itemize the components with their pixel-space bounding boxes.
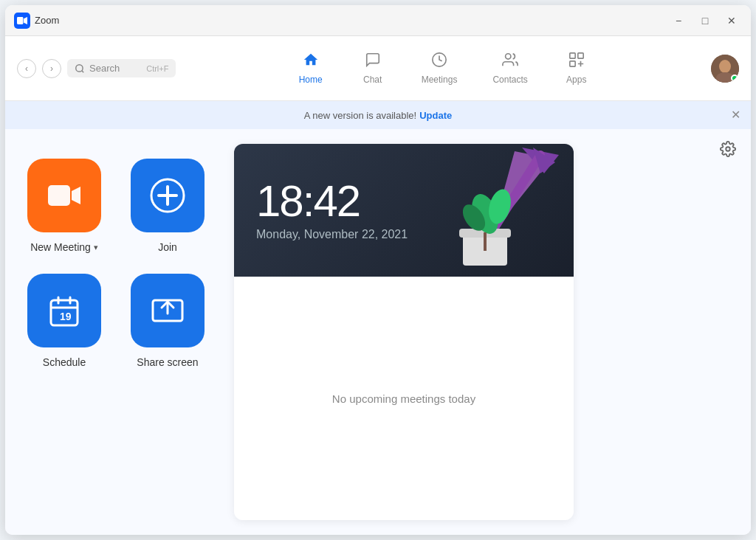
schedule-label: Schedule — [43, 356, 86, 368]
meeting-header: 18:42 Monday, November 22, 2021 — [234, 144, 574, 277]
join-button[interactable] — [131, 159, 205, 232]
action-item-share-screen[interactable]: Share screen — [131, 274, 205, 368]
action-item-schedule[interactable]: 19 Schedule — [27, 274, 101, 368]
nav-item-contacts[interactable]: Contacts — [484, 46, 536, 91]
update-banner-text: A new version is available! — [304, 110, 416, 121]
update-banner-close[interactable]: ✕ — [731, 109, 740, 121]
nav-label-chat: Chat — [363, 75, 382, 85]
close-button[interactable]: ✕ — [721, 10, 742, 31]
nav-label-apps: Apps — [566, 75, 586, 85]
svg-text:19: 19 — [60, 311, 72, 322]
update-banner: A new version is available! Update ✕ — [5, 101, 751, 129]
toolbar-nav: Home Chat Meetings — [176, 46, 711, 91]
nav-item-apps[interactable]: Apps — [554, 46, 599, 91]
meeting-body: No upcoming meetings today — [234, 277, 574, 520]
meeting-panel: 18:42 Monday, November 22, 2021 — [234, 144, 574, 520]
window-title: Zoom — [35, 15, 59, 26]
nav-item-home[interactable]: Home — [289, 46, 333, 91]
meeting-date: Monday, November 22, 2021 — [256, 228, 408, 241]
action-item-join[interactable]: Join — [131, 159, 205, 253]
svg-marker-1 — [24, 17, 27, 24]
share-screen-label: Share screen — [137, 356, 198, 368]
toolbar-right — [711, 55, 739, 83]
minimize-button[interactable]: − — [668, 10, 689, 31]
svg-point-2 — [76, 64, 83, 71]
maximize-button[interactable]: □ — [695, 10, 715, 31]
svg-point-12 — [726, 147, 730, 151]
settings-gear-button[interactable] — [720, 141, 736, 161]
toolbar: ‹ › Search Ctrl+F Home — [5, 36, 751, 101]
title-bar-logo: Zoom — [14, 13, 668, 29]
search-placeholder: Search — [89, 63, 120, 74]
new-meeting-dropdown-arrow: ▾ — [94, 243, 98, 252]
decoration-svg — [419, 144, 566, 277]
svg-rect-7 — [578, 53, 583, 58]
join-label: Join — [158, 241, 177, 253]
main-content: New Meeting ▾ Join — [5, 129, 751, 535]
search-box[interactable]: Search Ctrl+F — [67, 59, 176, 77]
search-shortcut: Ctrl+F — [146, 64, 168, 73]
svg-point-5 — [506, 54, 511, 59]
user-avatar[interactable] — [711, 55, 739, 83]
apps-icon — [568, 52, 585, 72]
nav-item-chat[interactable]: Chat — [351, 46, 395, 91]
svg-rect-0 — [17, 17, 23, 24]
svg-rect-8 — [570, 61, 575, 66]
svg-rect-13 — [48, 185, 70, 206]
meetings-icon — [431, 52, 447, 72]
contacts-icon — [502, 52, 518, 72]
zoom-logo-icon — [14, 13, 30, 29]
schedule-button[interactable]: 19 — [27, 274, 101, 347]
action-grid: New Meeting ▾ Join — [27, 144, 205, 520]
title-bar: Zoom − □ ✕ — [5, 5, 751, 36]
zoom-window: Zoom − □ ✕ ‹ › Search Ctrl+F — [5, 5, 751, 535]
share-screen-button[interactable] — [131, 274, 205, 347]
nav-item-meetings[interactable]: Meetings — [413, 46, 467, 91]
meeting-time: 18:42 — [256, 179, 360, 224]
svg-rect-6 — [570, 53, 575, 58]
update-link[interactable]: Update — [419, 110, 452, 121]
new-meeting-label-row: New Meeting ▾ — [30, 241, 98, 253]
nav-label-meetings: Meetings — [422, 75, 458, 85]
nav-label-home: Home — [299, 75, 323, 85]
action-item-new-meeting[interactable]: New Meeting ▾ — [27, 159, 101, 253]
nav-label-contacts: Contacts — [492, 75, 527, 85]
svg-marker-14 — [72, 187, 80, 204]
svg-line-3 — [82, 70, 84, 72]
home-icon — [303, 52, 319, 72]
forward-button[interactable]: › — [42, 59, 61, 78]
no-meetings-text: No upcoming meetings today — [332, 392, 475, 405]
toolbar-left: ‹ › Search Ctrl+F — [17, 59, 176, 78]
search-icon — [75, 63, 85, 74]
new-meeting-label: New Meeting — [30, 241, 91, 253]
back-button[interactable]: ‹ — [17, 59, 36, 78]
online-status-dot — [731, 75, 738, 82]
chat-icon — [365, 52, 381, 72]
new-meeting-button[interactable] — [27, 159, 101, 232]
window-controls: − □ ✕ — [668, 10, 742, 31]
svg-point-10 — [719, 60, 731, 73]
